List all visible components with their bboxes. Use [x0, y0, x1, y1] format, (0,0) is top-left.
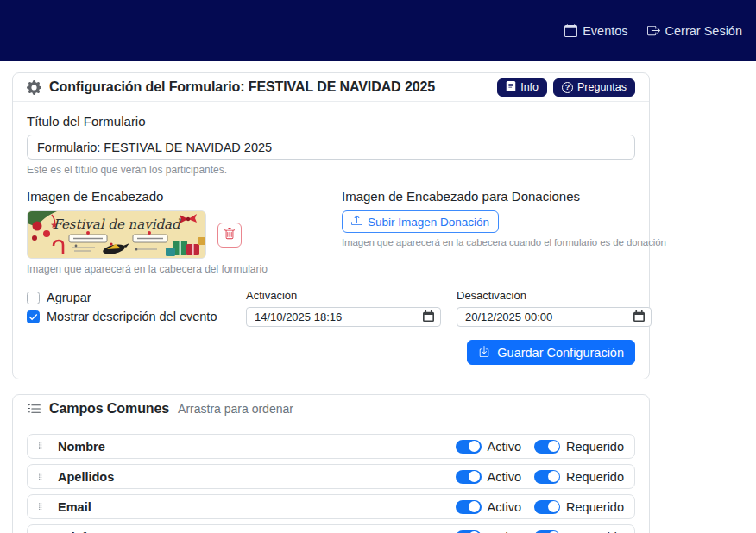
question-circle-icon: ? [562, 82, 573, 93]
nav-cerrar-sesion-label: Cerrar Sesión [665, 24, 742, 38]
header-image-thumbnail[interactable]: Festival de navidad [27, 210, 206, 259]
active-toggle-label: Activo [488, 470, 522, 484]
upload-donation-image-button[interactable]: Subir Imagen Donación [342, 210, 499, 233]
form-title-help: Este es el título que verán los particip… [27, 164, 635, 176]
save-configuration-label: Guardar Configuración [497, 346, 624, 360]
field-name: Nombre [58, 440, 105, 454]
checkbox[interactable] [27, 310, 40, 323]
required-toggle[interactable] [534, 440, 560, 454]
options-checkbox-list: AgruparMostrar descripción del evento [27, 289, 246, 327]
active-toggle[interactable] [456, 530, 482, 533]
common-fields-card: Campos Comunes Arrastra para ordenar Nom… [12, 394, 650, 533]
field-row: ApellidosActivoRequerido [27, 464, 635, 489]
checkbox-row: Agrupar [27, 291, 246, 304]
field-name: Email [58, 500, 91, 514]
deactivation-label: Desactivación [457, 289, 652, 302]
active-toggle-label: Activo [488, 530, 522, 533]
activation-datetime-value: 14/10/2025 18:16 [255, 310, 342, 323]
required-toggle-label: Requerido [566, 470, 624, 484]
common-fields-header: Campos Comunes Arrastra para ordenar [13, 395, 649, 423]
calendar-picker-icon[interactable] [423, 310, 434, 324]
save-configuration-button[interactable]: Guardar Configuración [467, 340, 635, 365]
active-toggle-label: Activo [488, 440, 522, 454]
required-toggle-label: Requerido [566, 530, 624, 533]
header-image-help: Imagen que aparecerá en la cabecera del … [27, 263, 342, 275]
info-button-label: Info [520, 81, 539, 93]
form-title-label: Título del Formulario [27, 114, 635, 129]
journal-icon [506, 81, 516, 94]
upload-icon [351, 215, 362, 229]
deactivation-datetime-value: 20/12/2025 00:00 [465, 310, 552, 323]
field-row: TelefonoActivoRequerido [27, 524, 635, 533]
checkbox-label: Mostrar descripción del evento [47, 310, 217, 323]
preguntas-button-label: Preguntas [577, 81, 627, 93]
field-name: Apellidos [58, 470, 114, 484]
form-title-input[interactable] [27, 135, 635, 160]
calendar-icon [564, 24, 577, 37]
nav-eventos-label: Eventos [583, 24, 627, 38]
grip-vertical-icon[interactable] [36, 440, 45, 453]
active-toggle-label: Activo [488, 500, 522, 514]
required-toggle[interactable] [534, 500, 560, 514]
donation-image-label: Imagen de Encabezado para Donaciones [342, 189, 635, 204]
header-image-label: Imagen de Encabezado [27, 189, 342, 204]
required-toggle[interactable] [534, 470, 560, 484]
info-button[interactable]: Info [497, 78, 547, 97]
page-title: Configuración del Formulario: FESTIVAL D… [49, 79, 435, 95]
checkbox-label: Agrupar [47, 291, 91, 304]
field-row: EmailActivoRequerido [27, 494, 635, 519]
nav-cerrar-sesion[interactable]: Cerrar Sesión [647, 24, 742, 38]
deactivation-datetime-input[interactable]: 20/12/2025 00:00 [457, 307, 652, 327]
active-toggle[interactable] [456, 500, 482, 514]
common-fields-title: Campos Comunes [49, 401, 169, 417]
logout-icon [647, 24, 660, 37]
sort-list-icon [27, 402, 41, 417]
activation-datetime-input[interactable]: 14/10/2025 18:16 [246, 307, 441, 327]
nav-eventos[interactable]: Eventos [564, 24, 627, 38]
upload-donation-image-label: Subir Imagen Donación [368, 216, 489, 229]
banner-title-text: Festival de navidad [53, 216, 181, 232]
trash-icon [224, 228, 236, 242]
donation-image-help: Imagen que aparecerá en la cabecera cuan… [342, 237, 635, 248]
gear-icon [27, 80, 41, 95]
required-toggle-label: Requerido [566, 440, 624, 454]
checkbox-row: Mostrar descripción del evento [27, 310, 246, 323]
top-navbar: Eventos Cerrar Sesión [0, 0, 756, 61]
delete-image-button[interactable] [217, 223, 242, 248]
grip-vertical-icon[interactable] [36, 500, 45, 513]
common-fields-list: NombreActivoRequeridoApellidosActivoRequ… [13, 423, 649, 533]
field-row: NombreActivoRequerido [27, 434, 635, 459]
active-toggle[interactable] [456, 440, 482, 454]
active-toggle[interactable] [456, 470, 482, 484]
drag-to-order-hint: Arrastra para ordenar [178, 402, 293, 416]
checkbox[interactable] [27, 292, 40, 304]
grip-vertical-icon[interactable] [36, 470, 45, 483]
activation-label: Activación [246, 289, 441, 302]
preguntas-button[interactable]: ? Preguntas [553, 78, 635, 97]
required-toggle-label: Requerido [566, 500, 624, 514]
required-toggle[interactable] [534, 530, 560, 533]
config-card-header: Configuración del Formulario: FESTIVAL D… [13, 73, 649, 102]
save-icon [478, 345, 490, 360]
config-card: Configuración del Formulario: FESTIVAL D… [12, 72, 650, 379]
calendar-picker-icon[interactable] [633, 310, 645, 324]
field-name: Telefono [58, 530, 109, 533]
